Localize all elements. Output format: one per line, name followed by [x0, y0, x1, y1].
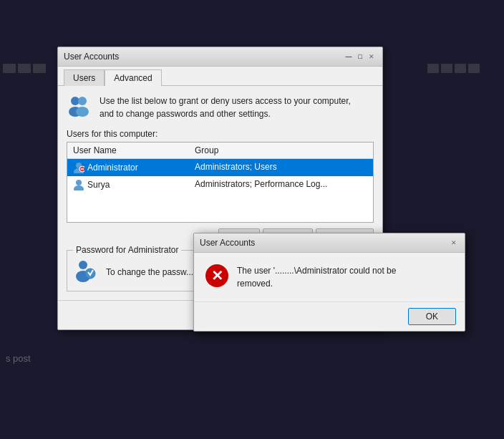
username-2: Surya	[87, 180, 110, 190]
maximize-button[interactable]: □	[355, 52, 365, 62]
bg-post-text: s post	[6, 353, 31, 364]
info-icon-container	[67, 95, 92, 120]
user-row-icon-1	[73, 162, 84, 173]
group-1: Administrators; Users	[195, 162, 277, 172]
table-empty-space	[67, 193, 373, 222]
error-close-button[interactable]: ✕	[449, 238, 459, 248]
user-row-icon-2	[73, 179, 84, 190]
td-username-1: Administrator	[70, 160, 192, 175]
main-dialog-titlebar: User Accounts — □ ✕	[58, 47, 382, 67]
td-group-1: Administrators; Users	[192, 160, 370, 175]
error-dialog-titlebar: User Accounts ✕	[194, 233, 465, 253]
bg-toolbar-right	[425, 61, 483, 76]
error-message: The user '........\Administrator could n…	[237, 264, 453, 290]
error-content: ✕ The user '........\Administrator could…	[194, 253, 465, 301]
tab-advanced[interactable]: Advanced	[105, 69, 161, 86]
info-text: Use the list below to grant or deny user…	[100, 95, 351, 120]
main-dialog-title: User Accounts	[64, 52, 119, 62]
username-1: Administrator	[87, 163, 138, 173]
tab-users[interactable]: Users	[64, 69, 105, 86]
td-username-2: Surya	[70, 178, 192, 192]
svg-point-8	[76, 180, 82, 185]
table-row[interactable]: Administrator Administrators; Users	[67, 159, 373, 176]
svg-point-2	[78, 97, 87, 105]
group-2: Administrators; Performance Log...	[195, 179, 327, 189]
svg-point-9	[74, 185, 84, 190]
table-header: User Name Group	[67, 143, 373, 159]
table-row[interactable]: Surya Administrators; Performance Log...	[67, 176, 373, 193]
tabs-container: Users Advanced	[58, 67, 382, 86]
minimize-button[interactable]: —	[344, 52, 354, 62]
svg-point-10	[79, 261, 87, 269]
col-username: User Name	[70, 144, 192, 157]
td-group-2: Administrators; Performance Log...	[192, 178, 370, 192]
error-bottom-buttons: OK	[194, 301, 465, 331]
error-dialog: User Accounts ✕ ✕ The user '........\Adm…	[193, 233, 465, 332]
svg-point-3	[76, 107, 89, 117]
users-label: Users for this computer:	[67, 129, 374, 139]
users-icon	[67, 95, 94, 120]
info-row: Use the list below to grant or deny user…	[67, 95, 374, 120]
error-icon: ✕	[205, 264, 228, 287]
error-ok-button[interactable]: OK	[408, 308, 456, 325]
password-legend: Password for Administrator	[73, 245, 181, 255]
users-table: User Name Group Administrator Administra…	[67, 142, 374, 223]
close-button[interactable]: ✕	[367, 52, 377, 62]
error-dialog-title: User Accounts	[200, 238, 255, 248]
password-user-icon	[73, 259, 99, 285]
bg-toolbar	[0, 61, 49, 76]
col-group: Group	[192, 144, 370, 157]
